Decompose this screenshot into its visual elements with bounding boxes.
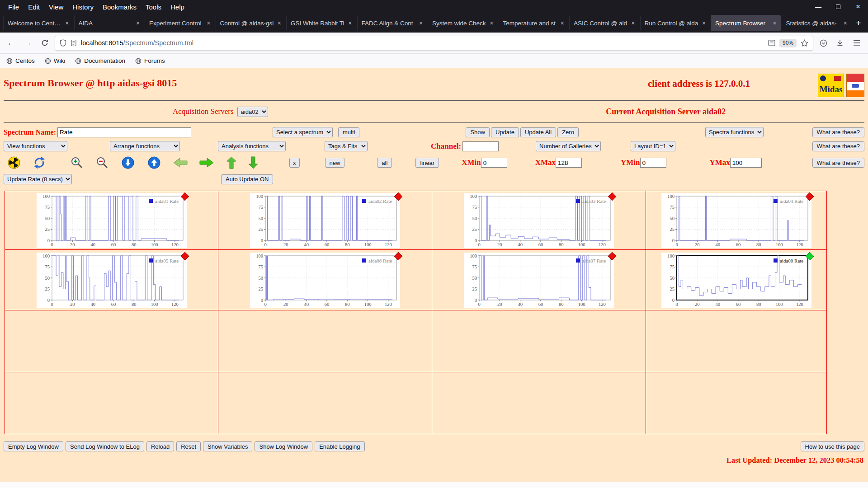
- menu-item-edit[interactable]: Edit: [24, 2, 44, 12]
- tab-close-icon[interactable]: ×: [65, 19, 69, 27]
- green-right-arrow-icon[interactable]: [199, 157, 214, 168]
- new-tab-button[interactable]: +: [852, 16, 865, 30]
- shield-icon[interactable]: [60, 39, 66, 47]
- zoom-in-icon[interactable]: [70, 156, 84, 169]
- green-up-arrow-icon[interactable]: [226, 156, 237, 169]
- url-bar[interactable]: localhost:8015/Spectrum/Spectrum.tml 90%: [55, 36, 813, 51]
- reload-button[interactable]: Reload: [146, 441, 174, 451]
- number-of-galleries-dropdown[interactable]: Number of Galleries: [536, 141, 601, 151]
- menu-item-file[interactable]: File: [4, 2, 24, 12]
- bookmark-star-icon[interactable]: [801, 39, 808, 47]
- bookmark-centos[interactable]: Centos: [6, 57, 35, 64]
- spectra-functions-dropdown[interactable]: Spectra functions: [705, 127, 764, 137]
- channel-input[interactable]: [462, 141, 499, 151]
- show-variables-button[interactable]: Show Variables: [203, 441, 252, 451]
- browser-tab[interactable]: Temperature and st×: [499, 15, 569, 31]
- update-all-button[interactable]: Update All: [520, 127, 556, 137]
- view-functions-dropdown[interactable]: View functions: [4, 141, 67, 151]
- layout-id-dropdown[interactable]: Layout ID=1: [631, 141, 675, 151]
- spectrum-chart[interactable]: 0255075100020406080100120aida07 Rate: [464, 253, 614, 308]
- arrange-functions-dropdown[interactable]: Arrange functions: [110, 141, 180, 151]
- reader-view-icon[interactable]: [768, 40, 775, 46]
- maximize-button[interactable]: [828, 0, 848, 14]
- show-log-window-button[interactable]: Show Log Window: [255, 441, 312, 451]
- spectrum-chart-slot[interactable]: 0255075100020406080100120aida06 Rate: [250, 253, 400, 308]
- spectrum-chart-slot[interactable]: 0255075100020406080100120aida03 Rate: [464, 193, 614, 248]
- what-are-these-button[interactable]: What are these?: [812, 158, 864, 168]
- refresh-recycle-icon[interactable]: [33, 156, 46, 169]
- green-left-arrow-icon[interactable]: [173, 157, 188, 168]
- menu-item-bookmarks[interactable]: Bookmarks: [98, 2, 141, 12]
- browser-tab[interactable]: Run Control @ aida×: [640, 15, 710, 31]
- downloads-icon[interactable]: [833, 36, 847, 50]
- reload-button[interactable]: [38, 36, 52, 50]
- green-down-arrow-icon[interactable]: [248, 156, 259, 169]
- spectrum-chart[interactable]: 0255075100020406080100120aida01 Rate: [37, 193, 187, 248]
- spectrum-chart[interactable]: 0255075100020406080100120aida06 Rate: [250, 253, 400, 308]
- browser-tab[interactable]: Statistics @ aidas-×: [782, 15, 852, 31]
- show-button[interactable]: Show: [466, 127, 490, 137]
- browser-tab[interactable]: AIDA×: [74, 15, 144, 31]
- browser-tab[interactable]: Welcome to CentOS×: [3, 15, 73, 31]
- radiation-icon[interactable]: [7, 156, 21, 169]
- tab-close-icon[interactable]: ×: [278, 19, 281, 27]
- browser-tab[interactable]: GSI White Rabbit Ti×: [286, 15, 356, 31]
- xmin-input[interactable]: [481, 158, 507, 168]
- linear-button[interactable]: linear: [415, 158, 439, 168]
- acquisition-server-dropdown[interactable]: aida02: [237, 107, 268, 117]
- tab-close-icon[interactable]: ×: [419, 19, 423, 27]
- site-info-icon[interactable]: [71, 39, 77, 47]
- tab-close-icon[interactable]: ×: [136, 19, 140, 27]
- spectrum-name-input[interactable]: [57, 127, 191, 137]
- zero-button[interactable]: Zero: [557, 127, 579, 137]
- browser-tab[interactable]: Experiment Control×: [145, 15, 215, 31]
- tab-close-icon[interactable]: ×: [348, 19, 352, 27]
- save-to-pocket-icon[interactable]: [816, 36, 830, 50]
- xmax-input[interactable]: [556, 158, 582, 168]
- move-down-icon[interactable]: [121, 156, 135, 169]
- close-button[interactable]: ×: [848, 0, 868, 14]
- spectrum-chart[interactable]: 0255075100020406080100120aida05 Rate: [37, 253, 187, 308]
- ymax-input[interactable]: [730, 158, 762, 168]
- spectrum-chart[interactable]: 0255075100020406080100120aida08 Rate: [661, 253, 811, 308]
- url-text[interactable]: localhost:8015/Spectrum/Spectrum.tml: [81, 39, 764, 47]
- tab-close-icon[interactable]: ×: [207, 19, 210, 27]
- spectrum-chart-slot[interactable]: 0255075100020406080100120aida04 Rate: [661, 193, 811, 248]
- move-up-icon[interactable]: [147, 156, 161, 169]
- spectrum-chart-slot[interactable]: 0255075100020406080100120aida08 Rate: [661, 253, 811, 308]
- what-are-these-button[interactable]: What are these?: [812, 127, 864, 137]
- tab-close-icon[interactable]: ×: [844, 19, 847, 27]
- send-log-window-to-elog-button[interactable]: Send Log Window to ELog: [66, 441, 144, 451]
- tab-close-icon[interactable]: ×: [702, 19, 706, 27]
- update-button[interactable]: Update: [491, 127, 519, 137]
- browser-tab[interactable]: FADC Align & Cont×: [357, 15, 427, 31]
- all-button[interactable]: all: [377, 158, 392, 168]
- browser-tab[interactable]: Control @ aidas-gsi×: [216, 15, 286, 31]
- spectrum-chart-slot[interactable]: 0255075100020406080100120aida07 Rate: [464, 253, 614, 308]
- menu-item-history[interactable]: History: [68, 2, 98, 12]
- tab-close-icon[interactable]: ×: [631, 19, 635, 27]
- spectrum-chart[interactable]: 0255075100020406080100120aida02 Rate: [250, 193, 400, 248]
- tab-close-icon[interactable]: ×: [490, 19, 493, 27]
- menu-item-view[interactable]: View: [44, 2, 68, 12]
- new-button[interactable]: new: [325, 158, 345, 168]
- multi-button[interactable]: multi: [338, 127, 359, 137]
- spectrum-chart-slot[interactable]: 0255075100020406080100120aida02 Rate: [250, 193, 400, 248]
- ymin-input[interactable]: [640, 158, 666, 168]
- auto-update-button[interactable]: Auto Update ON: [221, 174, 273, 184]
- select-spectrum-dropdown[interactable]: Select a spectrum: [273, 127, 333, 137]
- browser-tab[interactable]: Spectrum Browser×: [711, 15, 781, 31]
- tab-close-icon[interactable]: ×: [773, 19, 776, 27]
- browser-tab[interactable]: ASIC Control @ aid×: [569, 15, 639, 31]
- analysis-functions-dropdown[interactable]: Analysis functions: [218, 141, 286, 151]
- how-to-use-button[interactable]: How to use this page: [801, 441, 864, 451]
- reset-button[interactable]: Reset: [176, 441, 201, 451]
- update-rate-dropdown[interactable]: Update Rate (8 secs): [4, 174, 72, 184]
- x-button[interactable]: x: [289, 158, 300, 168]
- back-button[interactable]: ←: [5, 36, 18, 50]
- enable-logging-button[interactable]: Enable Logging: [315, 441, 364, 451]
- zoom-level-badge[interactable]: 90%: [779, 39, 797, 47]
- menu-item-tools[interactable]: Tools: [141, 2, 166, 12]
- bookmark-forums[interactable]: Forums: [135, 57, 165, 64]
- forward-button[interactable]: →: [21, 36, 35, 50]
